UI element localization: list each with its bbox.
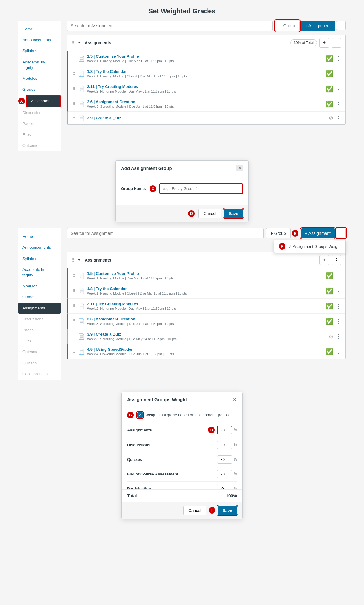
drag-handle-row-2-3[interactable]: ⠿ (72, 304, 76, 308)
menu-2-1[interactable]: ⋮ (336, 272, 341, 279)
menu-2-6[interactable]: ⋮ (336, 348, 341, 355)
assignment-name-1-3[interactable]: 2.11 | Try Creating Modules (87, 84, 323, 89)
group-plus-button-1[interactable]: + (319, 38, 329, 48)
menu-2-2[interactable]: ⋮ (336, 288, 341, 294)
add-assignment-button-1[interactable]: + Assignment (301, 21, 335, 31)
assignment-name-1-5[interactable]: 3.9 | Create a Quiz (87, 116, 326, 120)
annotation-G: G (127, 412, 134, 418)
assignment-info-1-4: 3.6 | Assignment Creation Week 3: Sprout… (87, 100, 323, 108)
assignment-row-2-1: ⠿ 📄 1.5 | Customize Your Profile Week 1:… (67, 268, 345, 283)
name-2-5[interactable]: 3.9 | Create a Quiz (87, 332, 326, 336)
chevron-2[interactable]: ▼ (77, 258, 81, 262)
search-input-2[interactable] (67, 228, 264, 238)
sidebar-item-announcements-1[interactable]: Announcements (18, 35, 61, 46)
drag-handle-row-2-4[interactable]: ⠿ (72, 319, 76, 323)
sidebar-item-announcements-2[interactable]: Announcements (18, 242, 61, 253)
weight-input-group-assignments: H % (208, 426, 237, 434)
add-group-button-1[interactable]: + Group (275, 21, 300, 31)
assignment-name-1-4[interactable]: 3.6 | Assignment Creation (87, 100, 323, 104)
weight-name-quizzes: Quizzes (127, 457, 142, 462)
dropdown-item-weight[interactable]: ✓ Assignment Groups Weight (288, 244, 341, 249)
weight-input-discussions[interactable] (217, 441, 232, 449)
menu-2-4[interactable]: ⋮ (336, 318, 341, 325)
drag-handle-row-1-2[interactable]: ⠿ (72, 71, 76, 76)
group-title-1: Assignments (85, 40, 288, 45)
weight-pct-discussions: % (234, 443, 237, 447)
drag-handle-row-2-6[interactable]: ⠿ (72, 349, 76, 354)
name-2-4[interactable]: 3.6 | Assignment Creation (87, 317, 323, 321)
sidebar-item-home-1[interactable]: Home (18, 24, 61, 35)
name-2-6[interactable]: 4.5 | Using SpeedGrader (87, 347, 323, 352)
name-2-2[interactable]: 1.8 | Try the Calendar (87, 286, 323, 291)
weight-pct-participation: % (234, 486, 237, 489)
add-group-button-2[interactable]: + Group (266, 228, 291, 238)
drag-handle-row-2-2[interactable]: ⠿ (72, 289, 76, 293)
drag-handle-row-1-3[interactable]: ⠿ (72, 86, 76, 91)
drag-handle-row-1-5[interactable]: ⠿ (72, 116, 76, 120)
more-options-button-2[interactable]: ⋮ (336, 228, 346, 238)
menu-2-3[interactable]: ⋮ (336, 303, 341, 309)
dropdown-menu-2: F ✓ Assignment Groups Weight (274, 240, 346, 253)
chevron-1[interactable]: ▼ (77, 41, 81, 45)
weight-checkbox[interactable] (137, 412, 143, 418)
row-menu-1-3[interactable]: ⋮ (336, 86, 341, 92)
modal-weight-footer: Cancel I Save (122, 502, 242, 519)
name-2-3[interactable]: 2.11 | Try Creating Modules (87, 302, 323, 306)
assignment-name-1-1[interactable]: 1.5 | Customize Your Profile (87, 54, 323, 59)
sidebar-item-modules-2[interactable]: Modules (18, 281, 61, 292)
search-input-1[interactable] (67, 21, 273, 31)
doc-icon-2-6: 📄 (78, 348, 85, 355)
drag-handle-2[interactable]: ⠿ (71, 257, 75, 263)
sidebar-item-outcomes-1: Outcomes (18, 140, 61, 151)
menu-2-5[interactable]: ⋮ (336, 333, 341, 340)
modal-weight-cancel-button[interactable]: Cancel (183, 506, 206, 515)
assignment-meta-1-3: Week 2: Nurturing Module | Due May 31 at… (87, 90, 323, 93)
assignment-group-1: ⠿ ▼ Assignments 30% of Total + ⋮ ⠿ 📄 1.5… (67, 35, 346, 125)
row-menu-1-2[interactable]: ⋮ (336, 70, 341, 77)
drag-handle-row-1-1[interactable]: ⠿ (72, 56, 76, 61)
drag-handle-row-2-1[interactable]: ⠿ (72, 273, 76, 278)
name-2-1[interactable]: 1.5 | Customize Your Profile (87, 271, 323, 276)
row-menu-1-5[interactable]: ⋮ (336, 115, 341, 121)
sidebar-item-assignments-2[interactable]: Assignments (18, 303, 61, 314)
group-more-button-2[interactable]: ⋮ (332, 255, 341, 265)
sidebar-item-assignments-1[interactable]: Assignments (26, 95, 61, 107)
weight-pct-eoca: % (234, 472, 237, 476)
weight-input-group-eoca: % (217, 470, 237, 478)
weight-input-participation[interactable] (217, 485, 232, 489)
info-2-3: 2.11 | Try Creating Modules Week 2: Nurt… (87, 302, 323, 310)
modal-weight-save-button[interactable]: Save (218, 506, 237, 515)
row-menu-1-4[interactable]: ⋮ (336, 101, 341, 107)
assignment-row-2-3: ⠿ 📄 2.11 | Try Creating Modules Week 2: … (67, 299, 345, 314)
modal-cancel-button[interactable]: Cancel (198, 209, 221, 218)
modal-weight-close-button[interactable]: ✕ (232, 396, 237, 403)
row-menu-1-1[interactable]: ⋮ (336, 55, 341, 62)
drag-handle-row-1-4[interactable]: ⠿ (72, 102, 76, 106)
group-name-input[interactable] (159, 183, 243, 194)
weight-input-assignments[interactable] (217, 426, 232, 434)
sidebar-item-academic-integrity-1[interactable]: Academic In-tegrity (18, 57, 61, 73)
more-options-button-1[interactable]: ⋮ (336, 21, 346, 30)
modal-close-button[interactable]: ✕ (236, 165, 243, 171)
sidebar-item-grades-2[interactable]: Grades (18, 292, 61, 302)
drag-handle-row-2-5[interactable]: ⠿ (72, 334, 76, 339)
page-title: Set Weighted Grades (0, 0, 364, 21)
modal-save-button[interactable]: Save (224, 209, 243, 218)
assignment-name-1-2[interactable]: 1.8 | Try the Calendar (87, 69, 323, 74)
sidebar-item-academic-integrity-2[interactable]: Academic In-tegrity (18, 264, 61, 281)
info-2-4: 3.6 | Assignment Creation Week 3: Sprout… (87, 317, 323, 326)
sidebar-item-syllabus-1[interactable]: Syllabus (18, 46, 61, 56)
annotation-I: I (209, 507, 215, 514)
group-plus-button-2[interactable]: + (319, 255, 329, 265)
weight-input-quizzes[interactable] (217, 455, 232, 464)
add-assignment-button-2[interactable]: + Assignment (301, 228, 335, 238)
sidebar-item-grades-1[interactable]: Grades (18, 84, 61, 95)
assignment-row-1-5: ⠿ 📄 3.9 | Create a Quiz ⊘ ⋮ (67, 112, 345, 124)
drag-handle-1[interactable]: ⠿ (71, 40, 75, 46)
sidebar-item-syllabus-2[interactable]: Syllabus (18, 253, 61, 264)
sidebar-item-modules-1[interactable]: Modules (18, 73, 61, 84)
weight-input-eoca[interactable] (217, 470, 232, 478)
group-more-button-1[interactable]: ⋮ (332, 38, 341, 48)
sidebar-item-home-2[interactable]: Home (18, 231, 61, 242)
published-icon-1-3: ✅ (326, 85, 333, 93)
